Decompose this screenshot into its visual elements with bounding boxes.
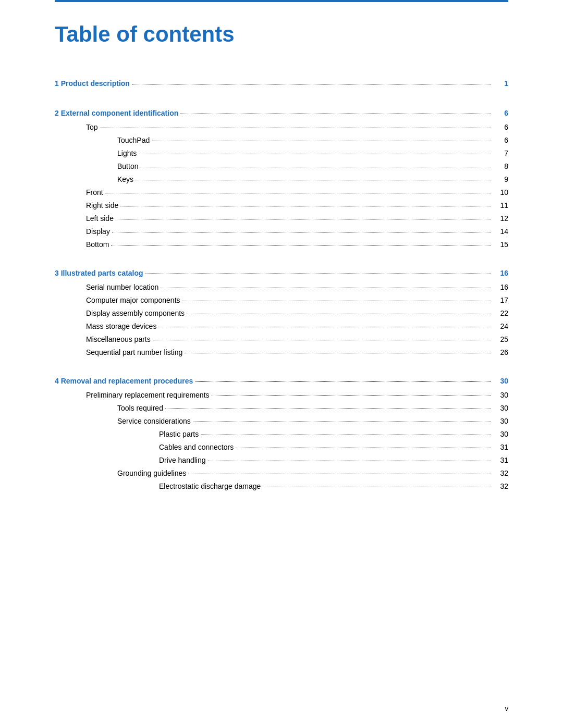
toc-label-groundguide: Grounding guidelines (117, 468, 186, 479)
toc-page-keys: 9 (493, 174, 508, 185)
toc-label-servicecons: Service considerations (117, 416, 191, 427)
toc-page-bottom: 15 (493, 239, 508, 250)
toc-entry-electrostatic[interactable]: Electrostatic discharge damage 32 (55, 481, 508, 492)
toc-entry-groundguide[interactable]: Grounding guidelines 32 (55, 468, 508, 479)
toc-dots-rightside (120, 206, 491, 206)
toc-dots-groundguide (188, 474, 491, 474)
toc-page-electrostatic: 32 (493, 481, 508, 492)
toc-label-ch1: 1 Product description (55, 78, 130, 89)
toc-label-displayassembly: Display assembly components (86, 308, 185, 319)
toc-dots-displayassembly (187, 314, 491, 314)
toc-dots-ch1 (132, 84, 491, 84)
toc-entry-serialnum[interactable]: Serial number location 16 (55, 282, 508, 293)
toc-entry-front[interactable]: Front 10 (55, 187, 508, 198)
toc-label-serialnum: Serial number location (86, 282, 158, 293)
toc-entry-plasticparts[interactable]: Plastic parts 30 (55, 429, 508, 440)
toc-dots-massstorage (158, 327, 491, 327)
toc-page-drivehandling: 31 (493, 455, 508, 466)
toc-page-miscparts: 25 (493, 334, 508, 345)
toc-label-ch4: 4 Removal and replacement procedures (55, 376, 193, 387)
toc-entry-leftside[interactable]: Left side 12 (55, 213, 508, 224)
toc-dots-keys (136, 180, 491, 180)
toc-dots-button (140, 167, 491, 167)
toc-entry-miscparts[interactable]: Miscellaneous parts 25 (55, 334, 508, 345)
toc-label-button: Button (117, 161, 138, 172)
toc-entry-bottom[interactable]: Bottom 15 (55, 239, 508, 250)
toc-entry-ch2[interactable]: 2 External component identification 6 (55, 108, 508, 119)
toc-label-leftside: Left side (86, 213, 114, 224)
toc-label-rightside: Right side (86, 200, 118, 211)
toc-entry-seqpartnum[interactable]: Sequential part number listing 26 (55, 347, 508, 358)
toc-page-displayassembly: 22 (493, 308, 508, 319)
toc-label-seqpartnum: Sequential part number listing (86, 347, 182, 358)
toc-entry-prelimreq[interactable]: Preliminary replacement requirements 30 (55, 390, 508, 401)
toc-page-ch3: 16 (493, 268, 508, 279)
toc-label-plasticparts: Plastic parts (159, 429, 199, 440)
toc-page-display: 14 (493, 226, 508, 237)
toc-dots-toolsreq (165, 409, 491, 409)
toc-entry-touchpad[interactable]: TouchPad 6 (55, 135, 508, 146)
toc-page-servicecons: 30 (493, 416, 508, 427)
toc-page-front: 10 (493, 187, 508, 198)
toc-page-toolsreq: 30 (493, 403, 508, 414)
toc-entry-toolsreq[interactable]: Tools required 30 (55, 403, 508, 414)
table-of-contents: 1 Product description 1 2 External compo… (55, 78, 508, 492)
toc-entry-button[interactable]: Button 8 (55, 161, 508, 172)
toc-dots-lights (139, 154, 491, 154)
toc-page-groundguide: 32 (493, 468, 508, 479)
toc-label-electrostatic: Electrostatic discharge damage (159, 481, 261, 492)
toc-page-touchpad: 6 (493, 135, 508, 146)
toc-dots-plasticparts (201, 435, 491, 435)
toc-entry-lights[interactable]: Lights 7 (55, 148, 508, 159)
toc-dots-leftside (116, 219, 491, 219)
toc-label-majorcomp: Computer major components (86, 295, 180, 306)
toc-label-miscparts: Miscellaneous parts (86, 334, 151, 345)
toc-page-top: 6 (493, 122, 508, 133)
toc-dots-display (112, 232, 491, 232)
toc-entry-drivehandling[interactable]: Drive handling 31 (55, 455, 508, 466)
toc-entry-massstorage[interactable]: Mass storage devices 24 (55, 321, 508, 332)
toc-dots-cablesconn (236, 448, 491, 448)
toc-label-front: Front (86, 187, 103, 198)
toc-label-prelimreq: Preliminary replacement requirements (86, 390, 210, 401)
toc-dots-seqpartnum (185, 353, 491, 353)
toc-page-ch2: 6 (493, 108, 508, 119)
toc-label-drivehandling: Drive handling (159, 455, 206, 466)
toc-label-top: Top (86, 122, 98, 133)
toc-page-rightside: 11 (493, 200, 508, 211)
toc-entry-rightside[interactable]: Right side 11 (55, 200, 508, 211)
page-title: Table of contents (55, 11, 508, 47)
toc-entry-cablesconn[interactable]: Cables and connectors 31 (55, 442, 508, 453)
page: Table of contents 1 Product description … (0, 0, 563, 728)
toc-entry-servicecons[interactable]: Service considerations 30 (55, 416, 508, 427)
toc-label-massstorage: Mass storage devices (86, 321, 156, 332)
toc-label-display: Display (86, 226, 110, 237)
toc-dots-drivehandling (208, 461, 491, 461)
toc-dots-front (105, 193, 491, 193)
toc-entry-keys[interactable]: Keys 9 (55, 174, 508, 185)
toc-page-ch4: 30 (493, 376, 508, 387)
toc-dots-prelimreq (212, 396, 491, 396)
toc-dots-serialnum (161, 288, 491, 288)
toc-page-plasticparts: 30 (493, 429, 508, 440)
toc-dots-touchpad (152, 141, 491, 141)
toc-label-keys: Keys (117, 174, 133, 185)
toc-entry-top[interactable]: Top 6 (55, 122, 508, 133)
toc-entry-displayassembly[interactable]: Display assembly components 22 (55, 308, 508, 319)
footer-page-number: v (505, 705, 509, 712)
toc-page-cablesconn: 31 (493, 442, 508, 453)
toc-dots-ch3 (145, 274, 491, 274)
toc-entry-ch4[interactable]: 4 Removal and replacement procedures 30 (55, 376, 508, 387)
toc-page-majorcomp: 17 (493, 295, 508, 306)
toc-page-lights: 7 (493, 148, 508, 159)
toc-page-leftside: 12 (493, 213, 508, 224)
toc-dots-ch4 (195, 381, 491, 382)
toc-label-cablesconn: Cables and connectors (159, 442, 234, 453)
toc-dots-majorcomp (182, 301, 491, 301)
toc-dots-servicecons (193, 422, 491, 422)
toc-entry-display[interactable]: Display 14 (55, 226, 508, 237)
toc-entry-ch1[interactable]: 1 Product description 1 (55, 78, 508, 89)
toc-entry-ch3[interactable]: 3 Illustrated parts catalog 16 (55, 268, 508, 279)
toc-label-bottom: Bottom (86, 239, 109, 250)
toc-entry-majorcomp[interactable]: Computer major components 17 (55, 295, 508, 306)
